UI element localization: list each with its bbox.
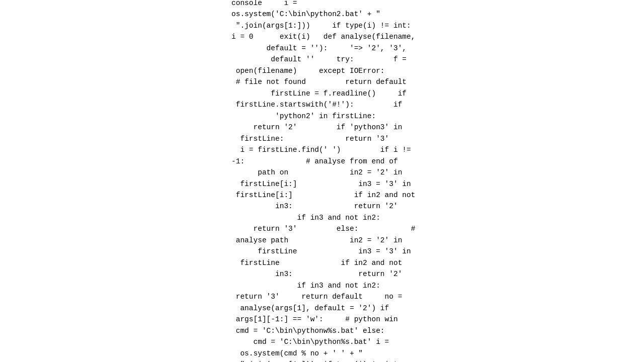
code-container: console i = os.system('C:\bin\python2.ba… <box>0 0 644 362</box>
code-block: console i = os.system('C:\bin\python2.ba… <box>231 0 415 362</box>
